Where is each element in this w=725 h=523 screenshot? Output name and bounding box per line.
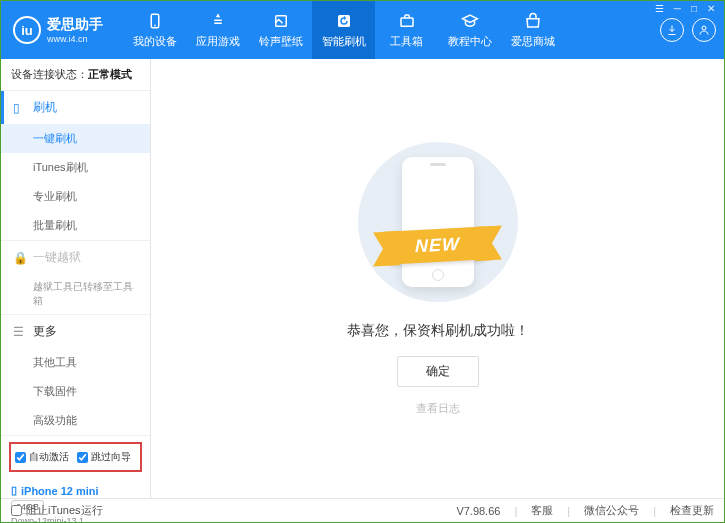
user-button[interactable] (692, 18, 716, 42)
brand: 爱思助手 www.i4.cn (47, 16, 103, 44)
wechat-link[interactable]: 微信公众号 (584, 503, 639, 518)
sidebar-item-batch[interactable]: 批量刷机 (1, 211, 150, 240)
check-update-link[interactable]: 检查更新 (670, 503, 714, 518)
new-ribbon: NEW (391, 226, 484, 264)
list-icon: ☰ (13, 325, 27, 339)
options-box: 自动激活 跳过向导 (9, 442, 142, 472)
tab-my-device[interactable]: 我的设备 (123, 1, 186, 59)
svg-rect-4 (401, 18, 413, 26)
phone-icon (146, 12, 164, 30)
refresh-icon (335, 12, 353, 30)
sidebar-item-itunes[interactable]: iTunes刷机 (1, 153, 150, 182)
user-icon (698, 24, 710, 36)
brand-name: 爱思助手 (47, 16, 103, 34)
brand-url: www.i4.cn (47, 34, 103, 44)
sidebar-item-advanced[interactable]: 高级功能 (1, 406, 150, 435)
graduation-icon (461, 12, 479, 30)
device-phone-icon: ▯ (11, 484, 17, 497)
sidebar-item-download[interactable]: 下载固件 (1, 377, 150, 406)
logo-section: iu 爱思助手 www.i4.cn (1, 16, 115, 44)
tab-store[interactable]: 爱思商城 (501, 1, 564, 59)
lock-icon: 🔒 (13, 251, 27, 265)
svg-point-5 (702, 26, 706, 30)
tab-ringtones[interactable]: 铃声壁纸 (249, 1, 312, 59)
sidebar: 设备连接状态：正常模式 ▯ 刷机 一键刷机 iTunes刷机 专业刷机 批量刷机… (1, 59, 151, 498)
header-right (660, 1, 716, 59)
jailbreak-note: 越狱工具已转移至工具箱 (1, 274, 150, 314)
confirm-button[interactable]: 确定 (397, 356, 479, 387)
app-header: iu 爱思助手 www.i4.cn 我的设备 应用游戏 铃声壁纸 智能刷机 工具… (1, 1, 724, 59)
sidebar-item-pro[interactable]: 专业刷机 (1, 182, 150, 211)
phone-graphic (402, 157, 474, 287)
wallpaper-icon (272, 12, 290, 30)
version-label: V7.98.66 (456, 505, 500, 517)
main-content: NEW 恭喜您，保资料刷机成功啦！ 确定 查看日志 (151, 59, 724, 498)
auto-activate-checkbox[interactable]: 自动激活 (15, 450, 69, 464)
nav-tabs: 我的设备 应用游戏 铃声壁纸 智能刷机 工具箱 教程中心 爱思商城 (123, 1, 564, 59)
tab-smart-flash[interactable]: 智能刷机 (312, 1, 375, 59)
sidebar-item-other[interactable]: 其他工具 (1, 348, 150, 377)
toolbox-icon (398, 12, 416, 30)
block-itunes-checkbox[interactable]: 阻止iTunes运行 (11, 503, 103, 518)
store-icon (524, 12, 542, 30)
view-log-link[interactable]: 查看日志 (416, 401, 460, 416)
success-message: 恭喜您，保资料刷机成功啦！ (347, 322, 529, 340)
logo-icon: iu (13, 16, 41, 44)
connection-status: 设备连接状态：正常模式 (1, 59, 150, 91)
service-link[interactable]: 客服 (531, 503, 553, 518)
sidebar-more-header[interactable]: ☰ 更多 (1, 315, 150, 348)
success-illustration: NEW (358, 142, 518, 302)
skip-guide-checkbox[interactable]: 跳过向导 (77, 450, 131, 464)
sidebar-item-oneclick[interactable]: 一键刷机 (1, 124, 150, 153)
tab-toolbox[interactable]: 工具箱 (375, 1, 438, 59)
download-button[interactable] (660, 18, 684, 42)
download-icon (666, 24, 678, 36)
tab-apps[interactable]: 应用游戏 (186, 1, 249, 59)
apps-icon (209, 12, 227, 30)
sidebar-jailbreak-header: 🔒 一键越狱 (1, 241, 150, 274)
device-name: ▯ iPhone 12 mini (11, 484, 140, 497)
tab-tutorials[interactable]: 教程中心 (438, 1, 501, 59)
sidebar-flash-header[interactable]: ▯ 刷机 (1, 91, 150, 124)
phone-small-icon: ▯ (13, 101, 27, 115)
